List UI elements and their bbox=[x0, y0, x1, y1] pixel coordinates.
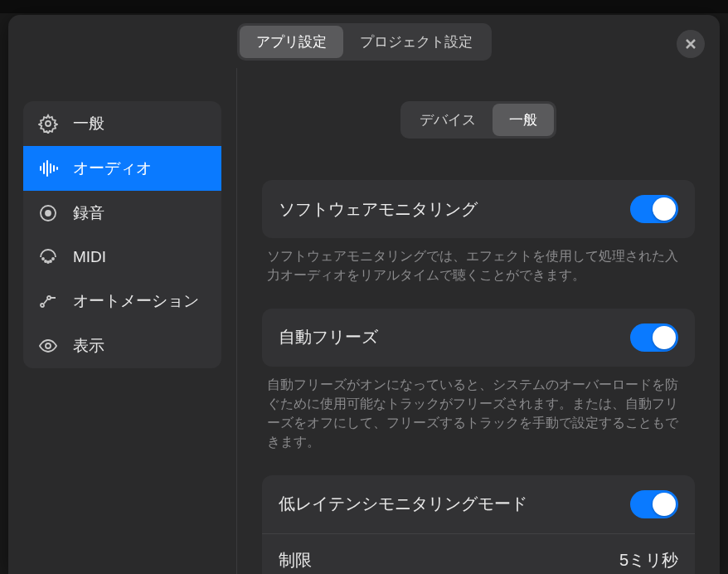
svg-point-0 bbox=[46, 121, 51, 126]
limit-label: 制限 bbox=[279, 549, 312, 572]
sidebar-item-label: オートメーション bbox=[73, 290, 199, 312]
sub-seg-control: デバイス 一般 bbox=[400, 101, 556, 139]
svg-point-14 bbox=[41, 304, 44, 307]
sidebar-item-general[interactable]: 一般 bbox=[23, 101, 221, 146]
svg-point-8 bbox=[46, 211, 51, 216]
record-icon bbox=[38, 203, 58, 223]
svg-point-13 bbox=[52, 258, 54, 260]
sidebar-item-label: オーディオ bbox=[73, 158, 152, 179]
low-latency-label: 低レイテンシモニタリングモード bbox=[279, 493, 527, 515]
low-latency-toggle[interactable] bbox=[630, 490, 678, 518]
sidebar-item-record[interactable]: 録音 bbox=[23, 191, 221, 236]
sidebar-item-midi[interactable]: MIDI bbox=[23, 236, 221, 279]
auto-freeze-desc: 自動フリーズがオンになっていると、システムのオーバーロードを防ぐために使用可能な… bbox=[262, 375, 695, 475]
auto-freeze-label: 自動フリーズ bbox=[279, 326, 378, 348]
sidebar-item-audio[interactable]: オーディオ bbox=[23, 146, 221, 191]
sidebar-item-label: 一般 bbox=[73, 113, 104, 134]
svg-point-10 bbox=[45, 260, 46, 262]
modal-header: アプリ設定 プロジェクト設定 bbox=[8, 15, 720, 68]
subtab-general[interactable]: 一般 bbox=[493, 104, 554, 136]
gear-icon bbox=[38, 114, 58, 134]
header-seg-control: アプリ設定 プロジェクト設定 bbox=[237, 23, 492, 61]
tab-app-settings[interactable]: アプリ設定 bbox=[240, 26, 343, 58]
content-area: デバイス 一般 ソフトウェアモニタリング ソフトウェアモニタリングでは、エフェク… bbox=[237, 68, 720, 574]
sidebar-item-automation[interactable]: オートメーション bbox=[23, 279, 221, 323]
sidebar-item-label: 録音 bbox=[73, 202, 104, 224]
software-monitoring-desc: ソフトウェアモニタリングでは、エフェクトを使用して処理された入力オーディオをリア… bbox=[262, 246, 695, 309]
svg-point-16 bbox=[46, 343, 51, 348]
software-monitoring-toggle[interactable] bbox=[630, 195, 678, 223]
sidebar: 一般 オーディオ 録音 bbox=[8, 68, 237, 574]
svg-point-15 bbox=[47, 296, 51, 299]
settings-modal: アプリ設定 プロジェクト設定 一般 オーディオ bbox=[8, 15, 720, 574]
waveform-icon bbox=[38, 158, 58, 178]
svg-point-11 bbox=[47, 261, 49, 263]
midi-icon bbox=[38, 247, 58, 267]
modal-body: 一般 オーディオ 録音 bbox=[8, 68, 720, 574]
tab-project-settings[interactable]: プロジェクト設定 bbox=[343, 26, 489, 58]
sidebar-item-label: MIDI bbox=[73, 248, 106, 266]
svg-point-12 bbox=[50, 260, 51, 262]
svg-point-9 bbox=[42, 258, 44, 260]
sidebar-item-view[interactable]: 表示 bbox=[23, 323, 221, 368]
setting-card-auto-freeze: 自動フリーズ bbox=[262, 309, 695, 367]
automation-icon bbox=[38, 291, 58, 311]
sidebar-item-label: 表示 bbox=[73, 335, 104, 357]
auto-freeze-toggle[interactable] bbox=[630, 323, 678, 352]
close-button[interactable] bbox=[677, 30, 705, 58]
close-icon bbox=[684, 37, 697, 51]
sidebar-list: 一般 オーディオ 録音 bbox=[23, 101, 221, 368]
setting-card-low-latency: 低レイテンシモニタリングモード 制限 5ミリ秒 bbox=[262, 475, 695, 575]
setting-card-software-monitoring: ソフトウェアモニタリング bbox=[262, 180, 695, 238]
limit-value[interactable]: 5ミリ秒 bbox=[619, 549, 678, 572]
eye-icon bbox=[38, 336, 58, 356]
subtab-device[interactable]: デバイス bbox=[403, 104, 493, 136]
software-monitoring-label: ソフトウェアモニタリング bbox=[279, 198, 478, 221]
